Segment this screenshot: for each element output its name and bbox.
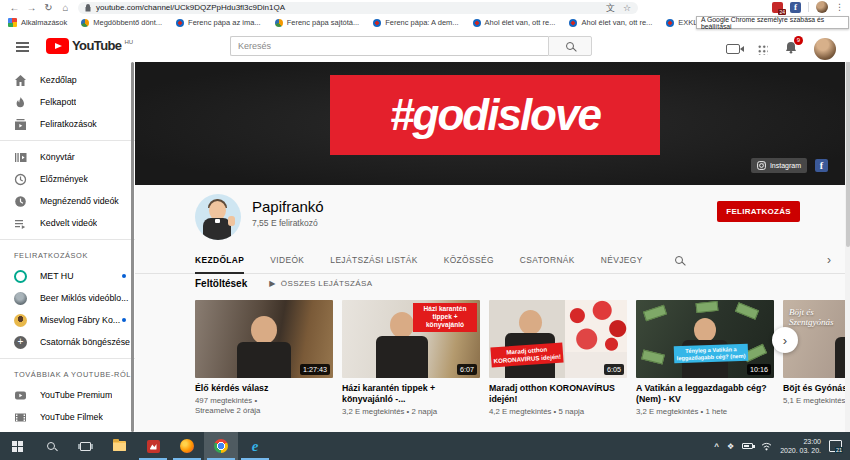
video-thumbnail[interactable]: 1:27:43 [195, 300, 333, 378]
video-card[interactable]: Házi karantén tippek + könyvajánló 6:07 … [342, 300, 480, 432]
youtube-logo[interactable]: YouTube HU [46, 38, 133, 54]
subscribe-button[interactable]: FELIRATKOZÁS [717, 201, 800, 222]
person-body [237, 342, 291, 378]
url-text[interactable]: youtube.com/channel/UCk9DQZPpHdu3fl3c9Di… [96, 3, 285, 12]
video-thumbnail[interactable]: Maradj otthon KORONAVÍRUS idején! 6:05 [489, 300, 627, 378]
channel-avatar [14, 314, 27, 327]
bookmark-apps[interactable]: Alkalmazások [8, 18, 67, 27]
browser-profile-avatar[interactable] [816, 1, 828, 13]
search-button[interactable] [548, 36, 592, 56]
account-avatar[interactable] [814, 38, 836, 60]
sidebar-item-megnezendo[interactable]: Megnézendő videók [0, 190, 135, 212]
sidebar-item-premium[interactable]: YouTube Premium [0, 384, 135, 406]
forward-icon[interactable]: → [23, 1, 40, 14]
person-face [519, 310, 542, 335]
taskbar-clock[interactable]: 23:00 2020. 03. 20. [780, 437, 821, 456]
sidebar-item-konyvtar[interactable]: Könyvtár [0, 146, 135, 168]
bookmark-item[interactable]: Ferenc pápa sajtótá... [275, 18, 360, 27]
scrollbar-thumb[interactable] [846, 32, 850, 247]
bookmark-favicon [176, 19, 184, 27]
start-button[interactable] [0, 432, 34, 460]
sidebar-item-kezdolap[interactable]: Kezdőlap [0, 69, 135, 91]
video-card[interactable]: Tényleg a Vatikán a leggazdagabb cég? (n… [636, 300, 774, 432]
facebook-link[interactable]: f [815, 159, 828, 172]
file-explorer-button[interactable] [102, 432, 136, 460]
battery-icon[interactable] [742, 443, 753, 449]
facebook-extension-icon[interactable]: f [790, 2, 801, 13]
padlock-icon [85, 4, 91, 12]
sidebar-item-elozmenyek[interactable]: Előzmények [0, 168, 135, 190]
sidebar-scrollbar[interactable] [131, 62, 134, 432]
bookmark-item[interactable]: Ferenc pápa az ima... [176, 18, 261, 27]
video-card[interactable]: 1:27:43 Élő kérdés válasz 497 megtekinté… [195, 300, 333, 432]
wifi-icon[interactable] [761, 442, 772, 451]
instagram-link[interactable]: Instagram [751, 158, 807, 173]
notifications-bell[interactable]: 9 [785, 40, 797, 58]
sidebar-item-felkapott[interactable]: Felkapott [0, 91, 135, 113]
video-title[interactable]: A Vatikán a leggazdagabb cég? (Nem) - KV [636, 383, 774, 405]
bookmark-favicon [666, 19, 674, 27]
hamburger-menu-icon[interactable] [16, 42, 29, 54]
create-video-icon[interactable] [726, 44, 740, 54]
tab-videok[interactable]: VIDEÓK [270, 247, 304, 274]
bookmark-item[interactable]: Ahol élet van, ott re... [473, 18, 556, 27]
home-icon[interactable]: ⌂ [57, 1, 74, 14]
more-from-youtube-header: TOVÁBBIAK A YOUTUBE-RÓL [0, 364, 135, 384]
carousel-next-button[interactable]: › [772, 327, 798, 353]
tab-csatornak[interactable]: CSATORNÁK [520, 247, 575, 274]
youtube-apps-icon[interactable] [757, 44, 768, 55]
edge-button[interactable]: e [238, 432, 272, 460]
translate-icon[interactable]: 文 [606, 3, 615, 13]
channel-avatar[interactable] [195, 194, 241, 240]
firefox-button[interactable] [170, 432, 204, 460]
video-title[interactable]: Maradj otthon KORONAVÍRUS idején! [489, 383, 627, 405]
sidebar-subscription-methu[interactable]: MET HU [0, 265, 135, 287]
video-card[interactable]: Böjt és Szentgyónás 7:24 Böjt és Gyónás … [783, 300, 845, 432]
channel-avatar [14, 292, 27, 305]
video-thumbnail[interactable]: Tényleg a Vatikán a leggazdagabb cég? (n… [636, 300, 774, 378]
reload-icon[interactable]: ↻ [40, 1, 57, 14]
taskbar-app-red[interactable] [136, 432, 170, 460]
sidebar-item-feliratkozasok[interactable]: Feliratkozások [0, 113, 135, 135]
search-input[interactable] [230, 36, 548, 56]
video-title[interactable]: Házi karantén tippek + könyvajánló -... [342, 383, 480, 405]
channel-search-icon[interactable] [675, 256, 683, 264]
video-duration: 1:27:43 [300, 364, 330, 375]
back-icon[interactable]: ← [6, 1, 23, 14]
page-scrollbar[interactable] [845, 30, 850, 432]
sidebar-subscription-beer[interactable]: Beer Miklós videóblo... [0, 287, 135, 309]
bookmark-item[interactable]: Megdöbbentő dönt... [81, 18, 162, 27]
tabs-overflow-chevron-icon[interactable]: › [827, 253, 831, 267]
browser-menu-icon[interactable]: ⋮ [835, 2, 844, 12]
video-thumbnail[interactable]: Házi karantén tippek + könyvajánló 6:07 [342, 300, 480, 378]
tab-nevjegy[interactable]: NÉVJEGY [601, 247, 643, 274]
bookmark-item[interactable]: Ferenc pápa: A dem... [373, 18, 458, 27]
bookmark-star-icon[interactable]: ☆ [623, 3, 631, 13]
action-center-icon[interactable]: 21 [829, 440, 842, 452]
banner-text: #godislove [390, 90, 600, 140]
taskbar-search-button[interactable] [34, 432, 68, 460]
bookmark-item[interactable]: Ahol élet van, ott re... [569, 18, 652, 27]
action-center-badge: 21 [835, 447, 843, 454]
sidebar-subscription-misevlog[interactable]: Misevlog Fábry Ko... [0, 309, 135, 331]
task-view-button[interactable] [68, 432, 102, 460]
tray-expand-icon[interactable]: ^ [714, 442, 719, 451]
new-content-dot [122, 318, 126, 322]
extension-badge: 24 [778, 9, 786, 15]
video-title[interactable]: Élő kérdés válasz [195, 383, 333, 394]
play-all-button[interactable]: ▶ ÖSSZES LEJÁTSZÁSA [269, 279, 372, 288]
video-card[interactable]: Maradj otthon KORONAVÍRUS idején! 6:05 M… [489, 300, 627, 432]
extension-icon[interactable]: 24 [772, 2, 783, 13]
sidebar-item-filmek[interactable]: YouTube Filmek [0, 406, 135, 428]
chrome-button[interactable] [204, 432, 238, 460]
sidebar-browse-channels[interactable]: + Csatornák böngészése [0, 331, 135, 353]
money-graphic [643, 305, 667, 321]
address-bar[interactable]: youtube.com/channel/UCk9DQZPpHdu3fl3c9Di… [78, 2, 638, 14]
chrome-menu-tooltip: A Google Chrome személyre szabása és beá… [696, 16, 849, 29]
sidebar-item-kedvelt[interactable]: Kedvelt videók [0, 212, 135, 234]
dropbox-tray-icon[interactable]: ❖ [727, 442, 734, 451]
tab-kozosseg[interactable]: KÖZÖSSÉG [444, 247, 494, 274]
tab-lejatszasi-listak[interactable]: LEJÁTSZÁSI LISTÁK [330, 247, 417, 274]
video-title[interactable]: Böjt és Gyónás [783, 383, 845, 394]
tab-kezdolap[interactable]: KEZDŐLAP [195, 247, 244, 274]
